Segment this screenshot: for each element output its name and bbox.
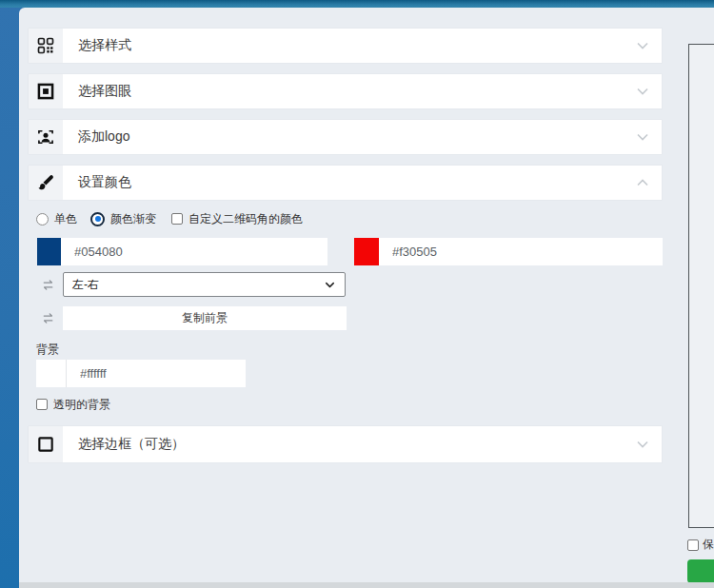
swap-arrows-icon[interactable] (36, 273, 59, 296)
brush-icon (29, 166, 63, 200)
panel-title-border: 选择边框（可选） (78, 436, 185, 453)
transparent-background-checkbox[interactable] (36, 399, 48, 410)
transparent-background-label: 透明的背景 (53, 397, 110, 413)
chevron-down-icon (633, 435, 652, 454)
chevron-down-icon (633, 127, 652, 147)
save-checkbox[interactable] (687, 539, 699, 551)
copy-foreground-row: 复制前景 (36, 306, 347, 330)
generate-button[interactable] (687, 559, 714, 583)
qr-icon (29, 29, 63, 63)
chevron-down-icon (323, 278, 337, 292)
panel-title-eye: 选择图眼 (78, 83, 131, 100)
gradient-end-hex-input[interactable] (379, 238, 663, 265)
chevron-down-icon (633, 36, 652, 55)
chevron-down-icon (633, 82, 652, 101)
save-checkbox-label: 保 (703, 537, 714, 553)
copy-foreground-button[interactable]: 复制前景 (63, 306, 347, 330)
top-gradient-bar (0, 0, 714, 8)
main-card: 选择样式 选择图眼 添加logo 设置颜色 单色 颜色渐变 自定义二维码角的颜色 (19, 8, 714, 582)
single-color-radio[interactable] (36, 213, 49, 225)
panel-title-color: 设置颜色 (78, 174, 131, 191)
panel-header-eye[interactable]: 选择图眼 (29, 74, 662, 108)
panel-header-border[interactable]: 选择边框（可选） (29, 426, 662, 462)
gradient-direction-select[interactable]: 左-右 (63, 272, 346, 297)
background-label: 背景 (36, 342, 59, 358)
gradient-start-hex-input[interactable] (61, 238, 327, 265)
chevron-up-icon (633, 173, 652, 192)
gradient-direction-row: 左-右 (36, 272, 346, 297)
qr-preview-panel (688, 44, 714, 528)
gradient-colors-row (37, 238, 663, 265)
panel-header-style[interactable]: 选择样式 (29, 29, 662, 63)
background-swatch[interactable] (36, 360, 66, 387)
swap-arrows-icon[interactable] (36, 307, 59, 330)
gradient-start-swatch[interactable] (37, 238, 61, 265)
panel-title-logo: 添加logo (78, 128, 129, 146)
custom-corner-colors-checkbox[interactable] (171, 213, 183, 225)
square-outline-icon (29, 426, 63, 462)
person-frame-icon (29, 120, 63, 154)
save-option-row: 保 (687, 537, 714, 553)
transparent-background-row: 透明的背景 (36, 398, 110, 411)
panel-header-logo[interactable]: 添加logo (29, 120, 662, 154)
gradient-direction-value: 左-右 (72, 277, 99, 293)
color-mode-row: 单色 颜色渐变 自定义二维码角的颜色 (36, 211, 303, 226)
panel-title-style: 选择样式 (78, 37, 131, 54)
gradient-label: 颜色渐变 (110, 211, 156, 227)
background-hex-input[interactable] (67, 360, 246, 387)
single-color-label: 单色 (54, 211, 77, 227)
gradient-radio[interactable] (90, 212, 105, 226)
bottom-strip (19, 582, 714, 588)
background-color-row (36, 360, 246, 387)
eye-square-icon (29, 74, 63, 108)
panel-header-color[interactable]: 设置颜色 (29, 166, 662, 200)
gradient-end-swatch[interactable] (354, 238, 379, 265)
custom-corner-colors-label: 自定义二维码角的颜色 (188, 211, 303, 227)
